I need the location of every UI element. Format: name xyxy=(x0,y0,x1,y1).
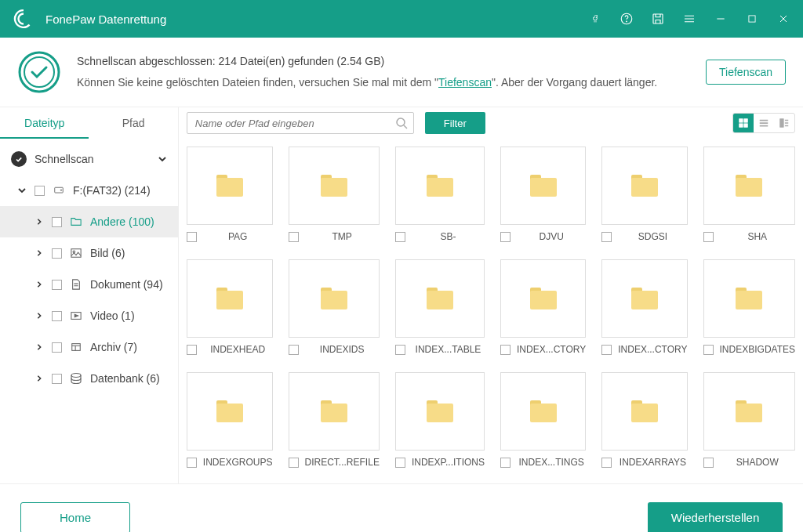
file-item[interactable]: INDEXP...ITIONS xyxy=(395,372,485,468)
archive-icon xyxy=(70,341,82,353)
home-button[interactable]: Home xyxy=(20,502,130,533)
checkbox[interactable] xyxy=(500,458,511,468)
file-item[interactable]: INDEX...TABLE xyxy=(395,259,485,355)
folder-icon xyxy=(631,175,658,197)
checkbox[interactable] xyxy=(52,311,62,321)
file-item[interactable]: INDEXIDS xyxy=(289,259,380,355)
checkbox[interactable] xyxy=(500,345,511,355)
svg-rect-16 xyxy=(739,124,743,127)
tree-category[interactable]: Datenbank (6) xyxy=(0,363,178,394)
view-detail-button[interactable] xyxy=(774,114,794,132)
video-icon xyxy=(70,309,82,322)
file-item[interactable]: SB- xyxy=(395,147,485,242)
checkbox[interactable] xyxy=(187,232,197,242)
search-input[interactable] xyxy=(187,112,414,134)
file-item[interactable]: SHADOW xyxy=(703,372,795,468)
file-item[interactable]: TMP xyxy=(289,147,380,242)
svg-rect-14 xyxy=(739,119,743,122)
file-thumbnail xyxy=(703,372,795,451)
checkbox[interactable] xyxy=(187,345,197,355)
minimize-icon[interactable] xyxy=(714,12,728,26)
checkbox[interactable] xyxy=(703,232,714,242)
checkbox[interactable] xyxy=(52,248,62,259)
svg-point-7 xyxy=(60,190,62,191)
svg-point-9 xyxy=(73,251,75,253)
recover-button[interactable]: Wiederherstellen xyxy=(648,502,783,533)
checkbox[interactable] xyxy=(187,458,197,468)
file-item[interactable]: DJVU xyxy=(500,147,586,242)
checkbox[interactable] xyxy=(395,458,405,468)
chevron-down-icon xyxy=(158,154,167,164)
file-thumbnail xyxy=(187,372,273,451)
deep-scan-link[interactable]: Tiefenscan xyxy=(438,76,492,89)
file-item[interactable]: INDEXHEAD xyxy=(187,259,273,355)
tree-category-label: Datenbank (6) xyxy=(90,372,160,385)
filter-button[interactable]: Filter xyxy=(425,112,485,134)
file-item[interactable]: INDEXBIGDATES xyxy=(703,259,795,355)
chevron-right-icon xyxy=(35,248,44,258)
checkbox[interactable] xyxy=(703,458,714,468)
file-thumbnail xyxy=(601,147,687,225)
tree-category[interactable]: Dokument (94) xyxy=(0,269,178,300)
checkbox[interactable] xyxy=(52,217,62,227)
file-item[interactable]: SHA xyxy=(703,147,795,242)
tree-root-quickscan[interactable]: Schnellscan xyxy=(0,143,178,175)
checkbox[interactable] xyxy=(601,458,612,468)
file-name: INDEXP...ITIONS xyxy=(412,457,485,468)
maximize-icon[interactable] xyxy=(745,12,759,26)
checkbox[interactable] xyxy=(601,345,612,355)
file-name: PAG xyxy=(203,231,273,242)
checkbox[interactable] xyxy=(52,280,62,290)
tree-category[interactable]: Bild (6) xyxy=(0,237,178,269)
checkbox[interactable] xyxy=(601,232,612,242)
tree-category[interactable]: Video (1) xyxy=(0,300,178,331)
close-icon[interactable] xyxy=(776,12,790,26)
tree-drive[interactable]: F:(FAT32) (214) xyxy=(0,175,178,206)
checkbox[interactable] xyxy=(52,374,62,384)
file-name: INDEX...TINGS xyxy=(517,457,586,468)
tree-category[interactable]: Archiv (7) xyxy=(0,331,178,363)
deep-scan-button[interactable]: Tiefenscan xyxy=(706,60,786,85)
file-name: SHA xyxy=(720,231,795,242)
view-grid-button[interactable] xyxy=(733,114,754,132)
file-thumbnail xyxy=(500,372,586,451)
view-list-button[interactable] xyxy=(754,114,774,132)
drive-icon xyxy=(53,184,65,197)
file-item[interactable]: DIRECT...REFILE xyxy=(289,372,380,468)
search-icon[interactable] xyxy=(395,117,408,129)
tab-filetype[interactable]: Dateityp xyxy=(0,107,89,139)
checkbox[interactable] xyxy=(289,345,299,355)
tree: Schnellscan F:(FAT32) (214) Andere (100)… xyxy=(0,139,178,483)
checkbox[interactable] xyxy=(52,342,62,353)
help-icon[interactable] xyxy=(620,12,634,26)
file-item[interactable]: INDEX...CTORY xyxy=(601,259,687,355)
facebook-icon[interactable] xyxy=(588,12,602,26)
folder-icon xyxy=(321,175,347,197)
folder-icon xyxy=(530,288,557,309)
toolbar: Filter xyxy=(179,107,803,139)
file-item[interactable]: INDEX...CTORY xyxy=(500,259,586,355)
success-check-icon xyxy=(17,50,61,94)
checkbox[interactable] xyxy=(395,232,405,242)
tree-category-label: Bild (6) xyxy=(90,247,125,259)
save-icon[interactable] xyxy=(651,12,665,26)
file-item[interactable]: PAG xyxy=(187,147,273,242)
file-thumbnail xyxy=(187,147,273,225)
menu-icon[interactable] xyxy=(682,12,696,26)
tab-path[interactable]: Pfad xyxy=(89,107,177,139)
folder-icon xyxy=(736,288,762,309)
svg-rect-8 xyxy=(71,249,81,258)
file-item[interactable]: INDEX...TINGS xyxy=(500,372,586,468)
file-item[interactable]: SDGSI xyxy=(601,147,687,242)
folder-icon xyxy=(216,400,243,422)
checkbox[interactable] xyxy=(395,345,405,355)
checkbox[interactable] xyxy=(703,345,714,355)
checkbox[interactable] xyxy=(289,232,299,242)
checkbox[interactable] xyxy=(500,232,511,242)
file-item[interactable]: INDEXARRAYS xyxy=(601,372,687,468)
checkbox[interactable] xyxy=(35,186,45,196)
checkbox[interactable] xyxy=(289,458,299,468)
file-item[interactable]: INDEXGROUPS xyxy=(187,372,273,468)
status-line-1: Schnellscan abgeschlossen: 214 Datei(en)… xyxy=(77,51,690,72)
tree-category[interactable]: Andere (100) xyxy=(0,206,178,237)
